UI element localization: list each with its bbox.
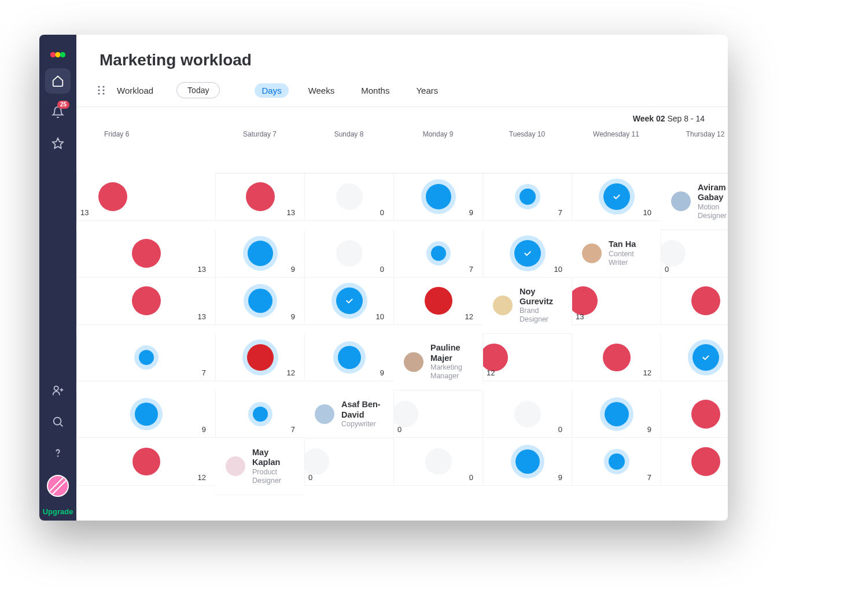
workload-cell[interactable]: 9 — [215, 278, 304, 325]
workload-bubble[interactable] — [336, 287, 363, 314]
workload-cell[interactable]: 10 — [304, 278, 393, 325]
workload-bubble[interactable] — [248, 289, 272, 313]
nav-favorites[interactable] — [45, 131, 71, 156]
workload-cell[interactable]: 13 — [661, 390, 728, 438]
workload-cell[interactable]: 0 — [393, 438, 482, 486]
today-button[interactable]: Today — [176, 82, 220, 98]
workload-bubble[interactable] — [520, 189, 536, 205]
nav-search[interactable] — [45, 409, 71, 434]
person-cell[interactable]: May KaplanProduct Designer — [215, 438, 304, 495]
workload-cell[interactable]: 10 — [661, 334, 728, 381]
workload-cell[interactable]: 13 — [76, 174, 215, 221]
workload-bubble[interactable] — [426, 184, 451, 209]
person-cell[interactable]: Asaf Ben-DavidCopywriter — [304, 390, 393, 438]
workload-cell[interactable]: 13 — [661, 438, 728, 486]
nav-help[interactable] — [45, 440, 71, 466]
workload-bubble[interactable] — [425, 287, 452, 315]
range-tab-days[interactable]: Days — [255, 83, 288, 98]
workload-cell[interactable]: 10 — [572, 174, 661, 221]
person-name: Pauline Majer — [430, 343, 472, 363]
person-cell[interactable]: Tan HaContent Writer — [572, 230, 661, 278]
workload-cell[interactable]: 0 — [482, 390, 572, 438]
drag-handle-icon[interactable] — [97, 85, 105, 95]
workload-bubble[interactable] — [425, 448, 452, 475]
workload-bubble[interactable] — [514, 401, 541, 427]
workload-bubble[interactable] — [393, 401, 418, 427]
workload-cell[interactable]: 7 — [215, 390, 304, 438]
workload-cell[interactable]: 7 — [482, 174, 572, 221]
workload-bubble[interactable] — [692, 344, 719, 371]
workload-bubble[interactable] — [248, 241, 273, 266]
workload-cell[interactable]: 7 — [76, 334, 215, 381]
workload-bubble[interactable] — [336, 240, 363, 267]
range-tab-weeks[interactable]: Weeks — [301, 83, 342, 98]
workload-bubble[interactable] — [132, 239, 161, 268]
workload-cell[interactable]: 9 — [572, 390, 661, 438]
workload-cell[interactable]: 0 — [393, 390, 482, 438]
workload-bubble[interactable] — [246, 182, 275, 211]
workload-cell[interactable]: 9 — [482, 438, 572, 486]
workload-bubble[interactable] — [139, 350, 154, 365]
workload-cell[interactable]: 9 — [304, 334, 393, 381]
svg-point-1 — [55, 52, 60, 57]
range-tab-years[interactable]: Years — [409, 83, 445, 98]
workload-cell[interactable]: 12 — [215, 334, 304, 381]
workload-bubble[interactable] — [336, 183, 363, 210]
workload-bubble[interactable] — [482, 344, 508, 371]
workload-cell[interactable]: 0 — [661, 230, 728, 278]
person-cell[interactable]: Pauline MajerMarketing Manager — [393, 334, 482, 390]
nav-home[interactable] — [45, 68, 71, 94]
nav-invite[interactable] — [45, 378, 71, 403]
workload-bubble[interactable] — [691, 286, 720, 315]
workload-bubble[interactable] — [338, 346, 361, 369]
workload-cell[interactable]: 13 — [76, 278, 215, 325]
workload-bubble[interactable] — [514, 240, 541, 267]
workload-bubble[interactable] — [135, 403, 158, 426]
workload-cell[interactable]: 0 — [304, 230, 393, 278]
workload-bubble[interactable] — [572, 286, 598, 315]
workload-bubble[interactable] — [98, 182, 127, 211]
svg-point-10 — [102, 89, 104, 91]
workload-cell[interactable]: 7 — [572, 438, 661, 486]
workload-bubble[interactable] — [253, 407, 268, 422]
workload-bubble[interactable] — [691, 447, 720, 476]
workload-cell[interactable]: 7 — [393, 230, 482, 278]
workload-cell[interactable]: 12 — [76, 438, 215, 486]
workload-cell[interactable]: 9 — [76, 390, 215, 438]
workload-cell[interactable]: 13 — [215, 174, 304, 221]
workload-bubble[interactable] — [691, 400, 720, 429]
workload-bubble[interactable] — [609, 453, 625, 470]
workload-bubble[interactable] — [132, 286, 161, 315]
workload-value: 9 — [291, 265, 295, 274]
workload-cell[interactable]: 9 — [215, 230, 304, 278]
workload-bubble[interactable] — [247, 344, 274, 371]
workload-cell[interactable]: 0 — [304, 174, 393, 221]
person-cell[interactable]: Aviram GabayMotion Designer — [661, 174, 728, 230]
workload-bubble[interactable] — [661, 240, 686, 267]
workload-bubble[interactable] — [603, 183, 630, 210]
workload-bubble[interactable] — [431, 246, 446, 261]
workload-bubble[interactable] — [603, 344, 631, 371]
workload-value: 10 — [643, 208, 651, 217]
upgrade-button[interactable]: Upgrade — [43, 507, 73, 516]
workload-bubble[interactable] — [304, 448, 329, 475]
workload-cell[interactable]: 12 — [393, 278, 482, 325]
person-role: Content Writer — [609, 250, 650, 267]
workload-cell[interactable]: 13 — [661, 278, 728, 325]
nav-notifications[interactable]: 25 — [45, 99, 71, 125]
person-cell[interactable]: Noy GurevitzBrand Designer — [482, 278, 572, 334]
user-avatar[interactable] — [47, 475, 69, 497]
workload-bubble[interactable] — [605, 402, 629, 426]
workload-bubble[interactable] — [515, 449, 540, 474]
range-tab-months[interactable]: Months — [354, 83, 396, 98]
workload-bubble[interactable] — [132, 448, 160, 475]
workload-cell[interactable]: 10 — [482, 230, 572, 278]
workload-cell[interactable]: 13 — [572, 278, 661, 325]
workload-cell[interactable]: 13 — [76, 230, 215, 278]
svg-point-5 — [54, 418, 61, 425]
workload-cell[interactable]: 12 — [482, 334, 572, 381]
workload-cell[interactable]: 0 — [304, 438, 393, 486]
workload-grid-wrap: Friday 6Saturday 7Sunday 8Monday 9Tuesda… — [76, 126, 728, 521]
workload-cell[interactable]: 12 — [572, 334, 661, 381]
workload-cell[interactable]: 9 — [393, 174, 482, 221]
